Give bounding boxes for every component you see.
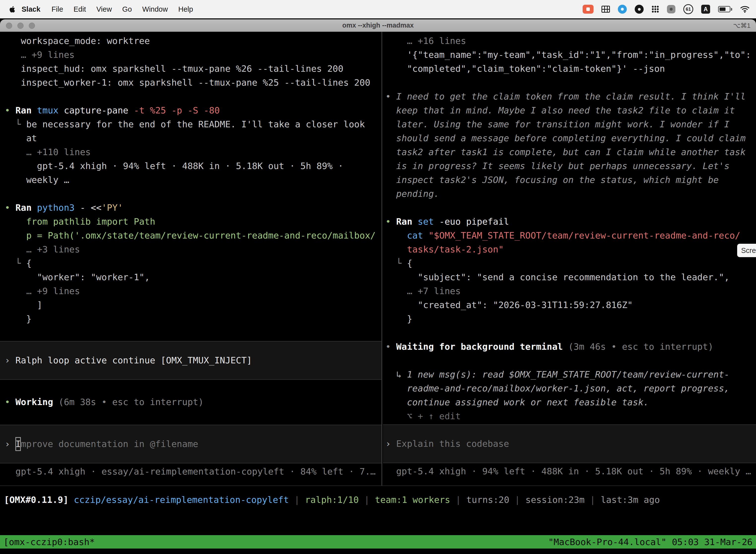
stat-badge-icon[interactable]: 61 xyxy=(683,4,693,14)
hud-separator xyxy=(0,486,756,486)
terminal-line: "completed","claim_token":"claim-token"}… xyxy=(383,62,756,76)
text-segment: last:3m ago xyxy=(601,495,660,505)
menu-item-go[interactable]: Go xyxy=(117,5,137,13)
text-segment: └ xyxy=(5,119,26,129)
text-segment: continue assigned work or next feasible … xyxy=(385,397,649,407)
icon-core xyxy=(638,8,641,11)
terminal-line: "subject": "send a concise recommendatio… xyxy=(383,270,756,284)
battery-body xyxy=(718,6,731,12)
text-segment: gpt-5.4 xhigh · 94% left · 488K in · 5.1… xyxy=(5,161,343,171)
text-segment: Working xyxy=(15,397,58,407)
text-segment: cczip/essay/ai-reimplementation-copyleft xyxy=(74,495,295,505)
text-segment: { xyxy=(26,258,32,268)
terminal-line: … +110 lines xyxy=(0,145,381,159)
composer-input[interactable]: › Explain this codebase xyxy=(383,425,756,463)
text-segment: } xyxy=(385,314,412,324)
text-segment: [OMX#0.11.9] xyxy=(4,495,74,505)
dark-app-icon[interactable] xyxy=(635,5,644,14)
text-segment: … +9 lines xyxy=(5,286,80,296)
text-segment: | xyxy=(515,495,525,505)
text-segment: | xyxy=(590,495,601,505)
text-segment: | xyxy=(294,495,305,505)
menu-item-view[interactable]: View xyxy=(91,5,117,13)
terminal-line xyxy=(383,354,756,368)
terminal-line: p = Path('.omx/state/team/review-current… xyxy=(0,229,381,242)
terminal-line: workspace_mode: worktree xyxy=(0,34,381,48)
terminal-line: } xyxy=(0,312,381,326)
text-segment: ⌥ + ↑ edit xyxy=(385,411,460,421)
text-segment: … +110 lines xyxy=(5,147,91,157)
text-segment: weekly … xyxy=(5,175,69,185)
window-title-bar[interactable]: omx --xhigh --madmax ⌥⌘1 xyxy=(0,19,756,32)
terminal-line: • Ran python3 - <<'PY' xyxy=(0,201,381,215)
window-shortcut-hint: ⌥⌘1 xyxy=(733,19,751,32)
zoom-button[interactable] xyxy=(29,22,35,29)
menu-item-edit[interactable]: Edit xyxy=(68,5,91,13)
text-segment: › xyxy=(5,355,15,365)
menu-item-window[interactable]: Window xyxy=(137,5,173,13)
terminal-line: cat "$OMX_TEAM_STATE_ROOT/team/review-cu… xyxy=(383,229,756,242)
text-segment: … +16 lines xyxy=(385,36,466,46)
text-segment: set xyxy=(418,216,439,227)
terminal-line: pending. xyxy=(383,187,756,201)
text-segment: from pathlib import Path xyxy=(5,216,155,227)
text-segment: • xyxy=(385,341,396,352)
app-grid-icon[interactable] xyxy=(602,6,610,13)
text-segment: gpt-5.4 xhigh · 94% left · 488K in · 5.1… xyxy=(385,466,751,476)
terminal-line: … +7 lines xyxy=(383,284,756,298)
apple-menu-icon[interactable] xyxy=(7,6,21,13)
tmux-right-pane[interactable]: … +16 lines '{"team_name":"my-team","tas… xyxy=(383,32,756,554)
wifi-icon[interactable] xyxy=(740,5,750,13)
text-segment: mprove documentation in @filename xyxy=(21,439,198,449)
text-segment: "completed","claim_token":"claim-token"}… xyxy=(385,63,665,74)
terminal-line xyxy=(0,90,381,104)
terminal-line xyxy=(0,187,381,201)
terminal-line: … +3 lines xyxy=(0,242,381,257)
menu-item-help[interactable]: Help xyxy=(173,5,198,13)
close-button[interactable] xyxy=(6,22,12,29)
terminal-line: } xyxy=(383,312,756,326)
keyboard-input-icon[interactable]: A xyxy=(701,5,710,14)
terminal-line: › Improve documentation in @filename xyxy=(0,437,381,451)
text-segment: task2 after task1 is complete, but can I… xyxy=(385,147,746,157)
app-menu-title[interactable]: Slack xyxy=(21,5,46,13)
app-launcher-dots-icon[interactable] xyxy=(651,5,659,13)
traffic-lights xyxy=(6,19,35,32)
text-segment: tmux xyxy=(37,105,64,115)
terminal-line: should send a message before completing … xyxy=(383,131,756,145)
text-segment: • xyxy=(385,216,396,227)
text-segment: Ran xyxy=(396,216,418,227)
text-segment: └ xyxy=(385,258,407,268)
text-segment: at xyxy=(5,133,37,143)
terminal-line: … +9 lines xyxy=(0,284,381,298)
utility-app-icon[interactable] xyxy=(667,5,675,13)
text-segment: › xyxy=(5,439,15,449)
terminal-line: at xyxy=(0,131,381,145)
battery-icon[interactable] xyxy=(718,6,732,12)
minimize-button[interactable] xyxy=(17,22,23,29)
terminal-line: ↳ 1 new msg(s): read $OMX_TEAM_STATE_ROO… xyxy=(383,368,756,382)
text-segment: "created_at": "2026-03-31T11:59:27.816Z" xyxy=(385,300,633,310)
blue-app-icon[interactable] xyxy=(618,5,627,14)
text-segment: "worker": "worker-1", xyxy=(5,272,150,282)
text-segment: capture-pane xyxy=(64,105,134,115)
terminal-line: '{"team_name":"my-team","task_id":"1","f… xyxy=(383,48,756,62)
terminal-line: gpt-5.4 xhigh · essay/ai-reimplementatio… xyxy=(0,465,381,479)
terminal-line: • Waiting for background terminal (3m 46… xyxy=(383,340,756,354)
text-segment: | xyxy=(364,495,375,505)
screen-recording-indicator-icon[interactable] xyxy=(583,5,593,14)
tmux-left-pane[interactable]: workspace_mode: worktree … +9 lines insp… xyxy=(0,32,381,554)
tmux-host-clock: "MacBook-Pro-44.local" 05:03 31-Mar-26 xyxy=(548,537,753,547)
terminal-window: omx --xhigh --madmax ⌥⌘1 workspace_mode:… xyxy=(0,19,756,554)
text-segment: later. Using the same for transition mig… xyxy=(385,119,730,129)
text-segment: Ran xyxy=(15,203,37,213)
terminal-line: [OMX#0.11.9] cczip/essay/ai-reimplementa… xyxy=(4,493,660,507)
battery-fill xyxy=(719,7,726,11)
text-segment: workspace_mode: worktree xyxy=(5,36,150,46)
terminal-line: inspect task2's JSON, focusing on the st… xyxy=(383,173,756,187)
menu-item-file[interactable]: File xyxy=(46,5,68,13)
text-segment: • xyxy=(5,203,15,213)
terminal-line: gpt-5.4 xhigh · 94% left · 488K in · 5.1… xyxy=(0,159,381,173)
terminal-line: "worker": "worker-1", xyxy=(0,270,381,284)
composer-input[interactable]: › Improve documentation in @filename xyxy=(0,425,381,463)
